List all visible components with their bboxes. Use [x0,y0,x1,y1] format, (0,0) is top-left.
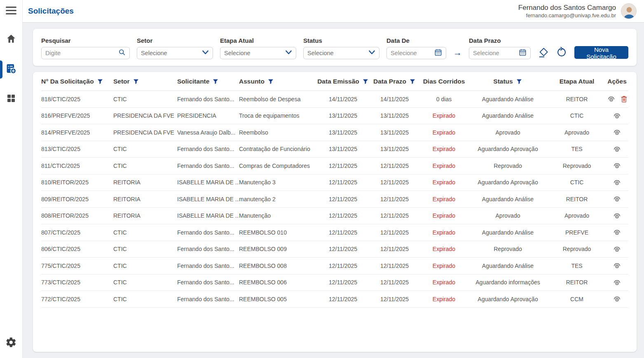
column-header-prazo: Data Prazo [369,72,420,91]
cell-prazo: 12/11/2025 [369,208,420,224]
filter-etapa: Etapa Atual Selecione [220,37,296,59]
view-request-icon[interactable] [612,128,622,137]
home-icon [6,33,16,46]
refresh-icon[interactable] [556,46,567,59]
table-row: 807/CTIC/2025CTICFernando dos Santo...RE… [41,224,628,241]
cell-prazo: 13/11/2025 [369,124,420,141]
data-prazo-input[interactable] [473,50,516,56]
filter-data-de: Data De [386,37,446,59]
view-request-icon[interactable] [612,261,622,270]
filter-funnel-icon[interactable] [133,78,139,85]
status-select[interactable]: Selecione [303,47,379,59]
status-label: Status [303,37,379,44]
calendar-icon[interactable] [434,49,442,58]
cell-assunto: Reembolso de Despesa [239,91,317,107]
cell-status: Aguardando Aprovação [468,174,548,191]
data-prazo-picker[interactable] [469,47,531,59]
cell-numero: 816/PREFVE/2025 [41,108,113,124]
status-value: Selecione [307,50,366,56]
new-request-button[interactable]: Nova Solicitação [574,46,628,59]
cell-assunto: REEMBOLSO 009 [239,241,317,258]
column-header-numero: N° Da Solicitação [41,72,113,91]
requests-table: N° Da SolicitaçãoSetorSolicitanteAssunto… [33,72,637,352]
cell-emissao: 12/11/2025 [317,174,369,191]
menu-toggle-button[interactable] [6,7,16,14]
view-request-icon[interactable] [612,228,622,237]
topbar: Solicitações Fernando dos Santos Camargo… [23,0,644,23]
view-request-icon[interactable] [612,161,622,170]
cell-solicitante: PRESIDENCIA [177,108,239,124]
setor-select[interactable]: Selecione [137,47,213,59]
view-request-icon[interactable] [612,195,622,203]
etapa-select[interactable]: Selecione [220,47,296,59]
cell-solicitante: Fernando dos Santo... [177,241,239,258]
view-request-icon[interactable] [612,112,622,120]
cell-assunto: REEMBOLSO 010 [239,224,317,241]
cell-emissao: 13/11/2025 [317,141,369,158]
filter-funnel-icon[interactable] [212,78,219,85]
cell-acoes [606,141,628,158]
user-email: fernando.camargo@univap.fve.edu.br [518,12,616,19]
sidebar-item-home[interactable] [0,31,22,48]
filter-funnel-icon[interactable] [97,78,103,85]
filter-funnel-icon[interactable] [362,78,369,85]
cell-emissao: 13/11/2025 [317,108,369,124]
delete-request-icon[interactable] [620,95,628,103]
cell-dias: Expirado [420,291,468,307]
filter-funnel-icon[interactable] [516,78,522,85]
sidebar-nav [0,31,22,107]
view-request-icon[interactable] [607,95,616,103]
cell-acoes [606,258,628,274]
view-request-icon[interactable] [612,278,622,287]
setor-label: Setor [137,37,213,44]
filter-setor: Setor Selecione [137,37,213,59]
view-request-icon[interactable] [612,295,622,303]
cell-solicitante: Fernando dos Santo... [177,291,239,307]
cell-assunto: REEMBOLSO 008 [239,258,317,274]
cell-status: Aguardando Análise [468,224,548,241]
sidebar-item-apps[interactable] [0,91,22,107]
user-block[interactable]: Fernando dos Santos Camargo fernando.cam… [518,3,637,19]
cell-numero: 806/CTIC/2025 [41,241,113,258]
cell-assunto: manutenção 2 [239,191,317,207]
cell-dias: Expirado [420,258,468,274]
filter-data-prazo: Data Prazo [469,37,531,59]
cell-emissao: 12/11/2025 [317,191,369,207]
filter-funnel-icon[interactable] [267,78,274,85]
search-icon[interactable] [118,49,126,58]
table-row: 772/CTIC/2025CTICFernando dos Santo...RE… [41,291,628,308]
filter-funnel-icon[interactable] [409,78,416,85]
clear-filters-button[interactable] [538,47,549,59]
cell-emissao: 12/11/2025 [317,258,369,274]
cell-solicitante: Fernando dos Santo... [177,224,239,241]
cell-status: Aguardando Análise [468,258,548,274]
search-input[interactable] [45,50,116,56]
cell-status: Reprovado [468,241,548,258]
cell-solicitante: ISABELLE MARIA DE ... [177,191,239,207]
view-request-icon[interactable] [612,145,622,153]
sidebar-item-settings[interactable] [0,334,22,352]
avatar[interactable] [621,3,637,19]
cell-acoes [606,291,628,307]
cell-setor: REITORIA [113,174,177,191]
view-request-icon[interactable] [612,245,622,253]
cell-emissao: 12/11/2025 [317,274,369,291]
calendar-icon[interactable] [519,49,527,58]
view-request-icon[interactable] [612,212,622,220]
cell-etapa: CCM [548,291,606,307]
column-label: Etapa Atual [560,78,595,85]
data-de-input[interactable] [391,50,432,56]
cell-solicitante: ISABELLE MARIA DE ... [177,208,239,224]
cell-etapa: Aprovado [548,124,606,141]
cell-status: Aprovado [468,208,548,224]
cell-solicitante: Vanessa Araujo Dalb... [177,124,239,141]
sidebar-item-solicitacoes[interactable] [0,60,22,79]
table-row: 814/PREFVE/2025PRESIDENCIA DA FVEVanessa… [41,124,628,141]
cell-solicitante: Fernando dos Santo... [177,274,239,291]
column-header-solicitante: Solicitante [177,72,239,91]
data-de-picker[interactable] [386,47,446,59]
cell-prazo: 12/11/2025 [369,158,420,174]
view-request-icon[interactable] [612,178,622,187]
column-header-etapa: Etapa Atual [548,72,606,91]
cell-emissao: 14/11/2025 [317,91,369,107]
